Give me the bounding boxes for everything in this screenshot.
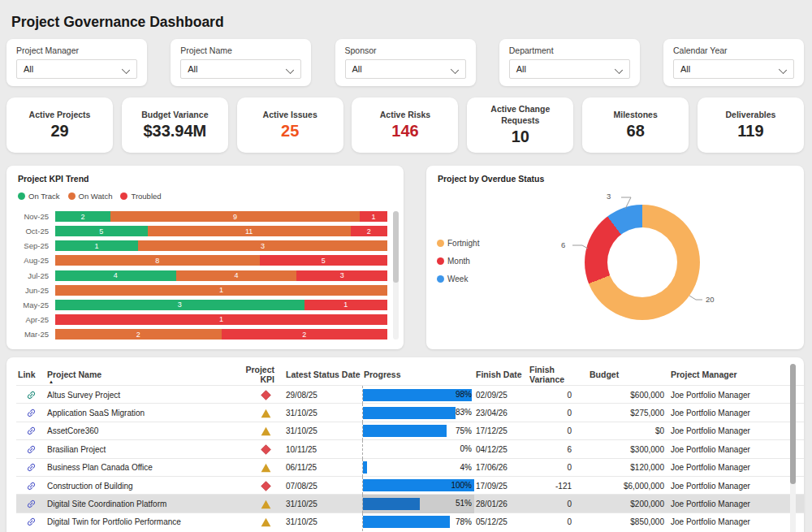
- col-header-finish-variance[interactable]: Finish Variance: [528, 365, 588, 384]
- link-cell[interactable]: [16, 390, 45, 400]
- bar-row-jul-25: Jul-25443: [15, 270, 387, 281]
- col-header-budget[interactable]: Budget: [588, 370, 669, 379]
- bar-segment-on-watch[interactable]: 3: [138, 240, 387, 251]
- finish-date-cell: 28/01/26: [474, 500, 528, 508]
- col-header-project-name[interactable]: Project Name▲: [45, 370, 237, 379]
- progress-cell: 0%: [362, 440, 474, 458]
- col-header-finish-date[interactable]: Finish Date: [474, 370, 528, 379]
- chevron-down-icon: [451, 66, 459, 73]
- latest-status-date-cell: 29/08/25: [284, 391, 362, 400]
- filter-dropdown[interactable]: All: [16, 59, 137, 79]
- table-scrollbar[interactable]: [790, 364, 796, 532]
- bar-segment-troubled[interactable]: 1: [360, 211, 387, 222]
- bar-chart-scrollbar[interactable]: [393, 211, 399, 340]
- budget-cell: $200,000: [588, 500, 669, 508]
- bar-track: 291: [55, 211, 387, 222]
- project-name-cell: Digital Site Coordination Platform: [45, 500, 237, 508]
- bar-segment-on-watch[interactable]: 9: [110, 211, 360, 222]
- bar-segment-on-track[interactable]: 2: [55, 211, 110, 222]
- chevron-down-icon: [615, 66, 623, 73]
- finish-variance-cell: 0: [528, 426, 588, 435]
- bar-segment-troubled[interactable]: 1: [304, 300, 387, 310]
- scrollbar-thumb[interactable]: [393, 211, 399, 283]
- project-kpi-trend-chart: Project KPI Trend On TrackOn WatchTroubl…: [6, 166, 404, 349]
- bar-segment-on-track[interactable]: 4: [55, 270, 176, 281]
- col-header-link[interactable]: Link: [16, 370, 45, 379]
- callout-fortnight-value: 20: [706, 295, 715, 304]
- table-row[interactable]: Application SaaS Migration31/10/2583%23/…: [16, 403, 804, 421]
- kpi-label: Budget Variance: [141, 110, 208, 120]
- table-row[interactable]: Digital Twin for Portfolio Performance31…: [16, 513, 804, 530]
- latest-status-date-cell: 31/10/25: [284, 409, 362, 417]
- filter-dropdown[interactable]: All: [509, 59, 630, 79]
- legend-label: Month: [447, 257, 470, 266]
- latest-status-date-cell: 31/10/25: [284, 500, 362, 508]
- progress-value: 83%: [456, 404, 472, 422]
- bar-segment-troubled[interactable]: 3: [296, 270, 387, 281]
- table-row[interactable]: Business Plan Canada Office06/11/254%17/…: [16, 458, 804, 476]
- bar-segment-on-watch[interactable]: 8: [55, 255, 260, 266]
- budget-cell: $275,000: [588, 409, 669, 417]
- kpi-label: Active Issues: [263, 110, 317, 120]
- kpi-card-budget-variance: Budget Variance$33.94M: [122, 97, 228, 153]
- bar-segment-on-track[interactable]: 3: [55, 300, 304, 310]
- link-cell[interactable]: [16, 444, 45, 455]
- filter-dropdown[interactable]: All: [673, 59, 794, 79]
- filter-selected-value: All: [188, 64, 197, 74]
- filter-dropdown[interactable]: All: [180, 59, 301, 79]
- bar-segment-troubled[interactable]: 2: [222, 329, 388, 340]
- progress-cell: 78%: [362, 513, 474, 531]
- bar-segment-value: 1: [343, 301, 348, 309]
- legend-dot-icon: [68, 192, 76, 200]
- table-row[interactable]: Altus Survey Project29/08/2598%02/09/250…: [16, 385, 804, 403]
- bar-track: 85: [55, 255, 387, 266]
- bar-segment-on-watch[interactable]: 1: [55, 285, 387, 296]
- col-header-latest-status-date[interactable]: Latest Status Date: [284, 370, 362, 379]
- kpi-triangle-icon: [261, 500, 271, 509]
- bar-segment-value: 1: [371, 213, 375, 221]
- bar-segment-on-watch[interactable]: 11: [148, 226, 351, 236]
- table-row[interactable]: Construction of Building07/08/25100%17/0…: [16, 476, 804, 494]
- legend-item-week: Week: [437, 275, 479, 283]
- finish-variance-cell: 6: [528, 445, 588, 454]
- link-cell[interactable]: [16, 408, 45, 418]
- table-row[interactable]: Digital Site Coordination Platform31/10/…: [16, 494, 804, 512]
- bar-segment-troubled[interactable]: 1: [55, 314, 387, 325]
- kpi-triangle-icon: [261, 409, 271, 418]
- project-manager-cell: Joe Portfolio Manager: [669, 391, 789, 400]
- donut-chart-title: Project by Overdue Status: [438, 174, 544, 184]
- filter-label: Sponsor: [345, 45, 466, 55]
- col-header-project-kpi[interactable]: Project KPI: [237, 365, 284, 384]
- axis-category-label: Jun-25: [15, 286, 55, 295]
- project-kpi-cell: [237, 390, 284, 400]
- progress-value: 0%: [460, 440, 472, 458]
- progress-cell: 51%: [362, 495, 474, 513]
- table-row[interactable]: AssetCore36031/10/2575%17/12/250$0Joe Po…: [16, 422, 804, 439]
- page-title: Project Governance Dashboard: [11, 14, 224, 31]
- link-cell[interactable]: [16, 462, 45, 473]
- bar-segment-on-track[interactable]: 5: [55, 226, 148, 236]
- col-header-progress[interactable]: Progress: [362, 370, 474, 379]
- bar-segment-troubled[interactable]: 5: [260, 255, 387, 266]
- bar-segment-on-watch[interactable]: 4: [176, 270, 297, 281]
- bar-segment-value: 2: [81, 213, 85, 221]
- bar-segment-value: 3: [340, 271, 344, 279]
- link-cell[interactable]: [16, 517, 45, 527]
- filter-dropdown[interactable]: All: [345, 59, 466, 79]
- finish-date-cell: 17/06/26: [474, 463, 528, 472]
- link-cell[interactable]: [16, 481, 45, 491]
- link-cell[interactable]: [16, 426, 45, 436]
- progress-bar: [363, 461, 367, 474]
- chevron-down-icon: [287, 66, 294, 73]
- table-row[interactable]: Brasilian Project10/11/250%04/12/256$300…: [16, 439, 804, 457]
- bar-segment-on-track[interactable]: 1: [55, 240, 138, 251]
- project-manager-cell: Joe Portfolio Manager: [669, 463, 789, 472]
- legend-item-on-watch: On Watch: [68, 192, 113, 201]
- scrollbar-thumb[interactable]: [790, 364, 796, 484]
- link-cell[interactable]: [16, 499, 45, 509]
- bar-segment-on-watch[interactable]: 2: [55, 329, 222, 340]
- finish-date-cell: 02/09/25: [474, 391, 528, 400]
- col-header-project-manager[interactable]: Project Manager: [669, 370, 789, 379]
- filter-label: Department: [509, 45, 630, 55]
- bar-segment-troubled[interactable]: 2: [351, 226, 387, 236]
